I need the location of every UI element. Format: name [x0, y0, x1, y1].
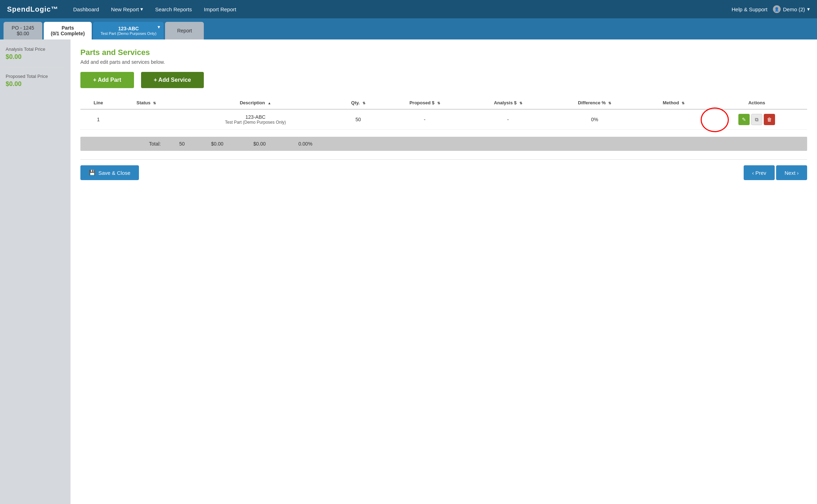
copy-icon: ⧉: [755, 117, 758, 123]
help-support-link[interactable]: Help & Support: [732, 6, 768, 12]
nav-right: Help & Support 👤 Demo (2) ▾: [732, 5, 810, 13]
row-description: 123-ABC Test Part (Demo Purposes Only): [176, 109, 335, 130]
delete-button[interactable]: 🗑: [764, 114, 775, 125]
row-actions: ✎ ⧉ 🗑: [706, 109, 807, 130]
tab-parts[interactable]: Parts (0/1 Complete): [44, 22, 92, 39]
col-actions: Actions: [706, 97, 807, 109]
row-analysis: -: [468, 109, 548, 130]
total-proposed: $0.00: [196, 141, 238, 147]
tab-po-sublabel: $0.00: [17, 31, 29, 36]
row-difference: 0%: [548, 109, 641, 130]
col-description[interactable]: Description ▲: [176, 97, 335, 109]
status-sort-icon: ⇅: [153, 101, 156, 105]
trash-icon: 🗑: [767, 117, 772, 122]
proposed-total-section: Proposed Total Price $0.00: [6, 74, 65, 88]
main-content: Parts and Services Add and edit parts an…: [71, 39, 817, 504]
page-title: Parts and Services: [80, 48, 807, 57]
total-qty: 50: [168, 141, 196, 147]
proposed-total-label: Proposed Total Price: [6, 74, 65, 79]
totals-row: Total: 50 $0.00 $0.00 0.00%: [80, 137, 807, 151]
method-sort-icon: ⇅: [682, 101, 684, 105]
analysis-sort-icon: ⇅: [519, 101, 522, 105]
navbar: SpendLogic™ Dashboard New Report ▾ Searc…: [0, 0, 817, 18]
table-row: 1 123-ABC Test Part (Demo Purposes Only)…: [80, 109, 807, 130]
tab-po-label: PO - 1245: [12, 25, 34, 31]
tab-report-label: Report: [177, 28, 192, 33]
tab-parts-sublabel: (0/1 Complete): [51, 31, 85, 36]
content-wrapper: Analysis Total Price $0.00 Proposed Tota…: [0, 39, 817, 504]
row-desc-line1: 123-ABC: [179, 114, 332, 120]
proposed-total-value: $0.00: [6, 80, 65, 88]
user-avatar-icon: 👤: [773, 5, 781, 13]
prev-button[interactable]: ‹ Prev: [744, 165, 775, 180]
col-difference[interactable]: Difference % ⇅: [548, 97, 641, 109]
nav-links: Dashboard New Report ▾ Search Reports Im…: [69, 4, 731, 14]
col-qty[interactable]: Qty. ⇅: [335, 97, 382, 109]
tab-parts-label: Parts: [62, 25, 74, 31]
tab-report[interactable]: Report: [165, 22, 204, 39]
brand-logo[interactable]: SpendLogic™: [7, 5, 58, 13]
row-qty: 50: [335, 109, 382, 130]
add-service-button[interactable]: + Add Service: [141, 72, 204, 88]
qty-sort-icon: ⇅: [362, 101, 365, 105]
sidebar-divider: [6, 68, 65, 68]
edit-button[interactable]: ✎: [738, 114, 750, 125]
col-analysis[interactable]: Analysis $ ⇅: [468, 97, 548, 109]
tabs-bar: PO - 1245 $0.00 Parts (0/1 Complete) 123…: [0, 18, 817, 39]
tab-part-detail-dropdown-icon: ▼: [157, 25, 161, 30]
bottom-bar: 💾 Save & Close ‹ Prev Next ›: [80, 159, 807, 180]
user-dropdown-arrow-icon: ▾: [807, 6, 810, 12]
total-actions: [386, 141, 804, 147]
sidebar: Analysis Total Price $0.00 Proposed Tota…: [0, 39, 71, 504]
diff-sort-icon: ⇅: [608, 101, 611, 105]
nav-dashboard[interactable]: Dashboard: [69, 4, 103, 14]
tab-po[interactable]: PO - 1245 $0.00: [4, 22, 42, 39]
page-subtitle: Add and edit parts and services below.: [80, 59, 807, 65]
add-part-button[interactable]: + Add Part: [80, 72, 134, 88]
col-proposed[interactable]: Proposed $ ⇅: [382, 97, 468, 109]
row-status: [116, 109, 176, 130]
user-label: Demo (2): [783, 6, 805, 12]
tab-part-detail-label: 123-ABC: [118, 26, 139, 31]
tab-part-detail-sublabel: Test Part (Demo Purposes Only): [100, 31, 156, 36]
next-button[interactable]: Next ›: [776, 165, 807, 180]
user-menu[interactable]: 👤 Demo (2) ▾: [773, 5, 810, 13]
dropdown-arrow-icon: ▾: [140, 6, 143, 12]
col-line: Line: [80, 97, 116, 109]
brand-name: SpendLogic: [7, 5, 51, 13]
add-buttons-row: + Add Part + Add Service: [80, 72, 807, 88]
tab-part-detail[interactable]: 123-ABC Test Part (Demo Purposes Only) ▼: [93, 22, 164, 39]
copy-button[interactable]: ⧉: [751, 114, 762, 125]
floppy-icon: 💾: [89, 170, 96, 176]
brand-trademark: ™: [51, 5, 58, 13]
total-label: Total:: [83, 141, 168, 147]
analysis-total-label: Analysis Total Price: [6, 47, 65, 52]
parts-table: Line Status ⇅ Description ▲ Qty. ⇅: [80, 97, 807, 130]
pencil-icon: ✎: [742, 117, 746, 122]
row-proposed: -: [382, 109, 468, 130]
save-close-button[interactable]: 💾 Save & Close: [80, 165, 139, 180]
nav-import-report[interactable]: Import Report: [200, 4, 240, 14]
analysis-total-value: $0.00: [6, 53, 65, 61]
desc-sort-icon: ▲: [268, 101, 271, 105]
nav-search-reports[interactable]: Search Reports: [151, 4, 196, 14]
col-method[interactable]: Method ⇅: [641, 97, 706, 109]
total-method: [330, 141, 386, 147]
nav-new-report[interactable]: New Report ▾: [107, 4, 147, 14]
analysis-total-section: Analysis Total Price $0.00: [6, 47, 65, 61]
row-desc-line2: Test Part (Demo Purposes Only): [179, 120, 332, 125]
col-status[interactable]: Status ⇅: [116, 97, 176, 109]
total-analysis: $0.00: [238, 141, 281, 147]
proposed-sort-icon: ⇅: [437, 101, 440, 105]
row-line: 1: [80, 109, 116, 130]
nav-buttons: ‹ Prev Next ›: [744, 165, 807, 180]
row-method: [641, 109, 706, 130]
total-difference: 0.00%: [281, 141, 330, 147]
